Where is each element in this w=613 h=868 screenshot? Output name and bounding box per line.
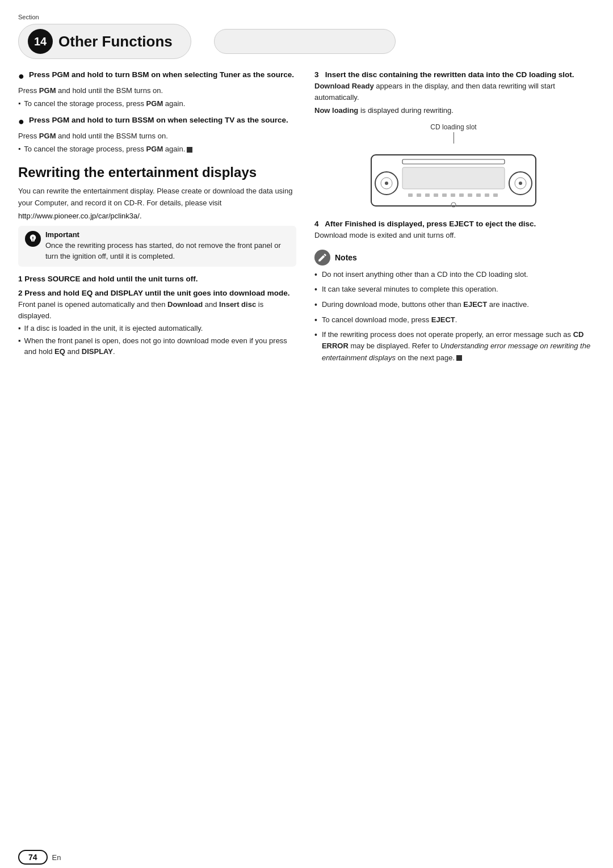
sub-bullet-2-1: ▪ To cancel the storage process, press P… <box>18 144 296 155</box>
bullet-heading-2: ● Press PGM and hold to turn BSSM on whe… <box>18 116 296 128</box>
page-title: Other Functions <box>58 33 173 50</box>
note-text-5: If the rewriting process does not operat… <box>322 329 593 363</box>
cd-illustration: CD loading slot <box>314 123 593 212</box>
step-3-body2: Now loading is displayed during rewritin… <box>314 105 593 116</box>
svg-rect-15 <box>459 193 464 197</box>
step-2-sub1: ▪ If a disc is loaded in the unit, it is… <box>18 323 296 334</box>
bullet-body-2: Press PGM and hold until the BSSM turns … <box>18 130 296 142</box>
svg-rect-18 <box>485 193 489 197</box>
svg-point-4 <box>385 182 388 185</box>
svg-point-7 <box>519 182 522 185</box>
end-square-1 <box>187 147 192 153</box>
svg-rect-8 <box>402 167 505 189</box>
header-left: 14 Other Functions <box>18 24 191 59</box>
sub-bullet-mark-2: ▪ <box>18 144 20 155</box>
right-column: 3 Insert the disc containing the rewritt… <box>314 70 593 366</box>
notes-list: Do not insert anything other than a CD i… <box>314 269 593 364</box>
svg-rect-17 <box>476 193 481 197</box>
step-3: 3 Insert the disc containing the rewritt… <box>314 70 593 212</box>
step-3-heading: 3 Insert the disc containing the rewritt… <box>314 70 593 79</box>
note-item-4: To cancel download mode, press EJECT. <box>314 314 593 327</box>
step-2-body: Front panel is opened automatically and … <box>18 299 296 322</box>
language-label: En <box>52 853 61 862</box>
sub-bullet-1-1: ▪ To cancel the storage process, press P… <box>18 98 296 109</box>
step-4-heading: 4 After Finished is displayed, press EJE… <box>314 220 593 228</box>
rewriting-title: Rewriting the entertainment displays <box>18 165 296 181</box>
cd-label-line: CD loading slot <box>314 123 593 131</box>
svg-rect-1 <box>402 159 505 164</box>
svg-rect-14 <box>451 193 455 197</box>
note-text-2: It can take several minutes to complete … <box>322 284 498 296</box>
rewriting-link[interactable]: http://www.pioneer.co.jp/car/pclink3a/. <box>18 212 296 220</box>
note-text-1: Do not insert anything other than a CD i… <box>322 269 528 281</box>
title-pill: 14 Other Functions <box>18 24 191 59</box>
step-4-body: Download mode is exited and unit turns o… <box>314 230 593 241</box>
svg-rect-16 <box>468 193 472 197</box>
page-number-badge: 74 <box>18 850 48 865</box>
bullet-dot-2: ● <box>18 116 24 128</box>
svg-rect-13 <box>442 193 447 197</box>
step-3-body1: Download Ready appears in the display, a… <box>314 81 593 103</box>
notes-pencil-icon <box>317 252 328 263</box>
step-2-heading: 2 Press and hold EQ and DISPLAY until th… <box>18 289 296 297</box>
cd-label-text: CD loading slot <box>430 123 476 131</box>
step-2-sub2: ▪ When the front panel is open, does not… <box>18 335 296 357</box>
step-2-sub1-mark: ▪ <box>18 323 21 334</box>
section-label: Section <box>18 14 39 20</box>
note-item-5: If the rewriting process does not operat… <box>314 329 593 363</box>
svg-rect-11 <box>425 193 430 197</box>
note-item-3: During download mode, buttons other than… <box>314 299 593 311</box>
note-item-2: It can take several minutes to complete … <box>314 284 593 296</box>
footer: 74 En <box>18 850 61 865</box>
bullet-body-1: Press PGM and hold until the BSM turns o… <box>18 85 296 96</box>
step-1-heading: 1 Press SOURCE and hold until the unit t… <box>18 275 296 283</box>
page: Section 14 Other Functions ● Press PGM a… <box>0 8 613 868</box>
bullet-heading-text-1: Press PGM and hold to turn BSM on when s… <box>29 70 294 79</box>
step-4: 4 After Finished is displayed, press EJE… <box>314 220 593 241</box>
end-square-2 <box>456 355 462 361</box>
section-badge: 14 <box>28 29 53 54</box>
bullet-dot-1: ● <box>18 70 24 83</box>
important-svg <box>28 234 38 244</box>
step-2-sub2-mark: ▪ <box>18 335 21 357</box>
bullet-heading-1: ● Press PGM and hold to turn BSM on when… <box>18 70 296 83</box>
step-2-sub1-text: If a disc is loaded in the unit, it is e… <box>24 323 203 334</box>
header: 14 Other Functions <box>0 8 613 65</box>
svg-rect-12 <box>434 193 438 197</box>
bullet-section-1: ● Press PGM and hold to turn BSM on when… <box>18 70 296 109</box>
rewriting-body: You can rewrite the entertainment displa… <box>18 186 296 209</box>
note-item-1: Do not insert anything other than a CD i… <box>314 269 593 281</box>
notes-icon <box>314 250 330 266</box>
notes-box: Notes Do not insert anything other than … <box>314 250 593 364</box>
note-text-4: To cancel download mode, press EJECT. <box>322 314 457 327</box>
notes-header: Notes <box>314 250 593 266</box>
note-text-3: During download mode, buttons other than… <box>322 299 529 311</box>
two-col-layout: ● Press PGM and hold to turn BSM on when… <box>0 65 613 366</box>
step-2-sub2-text: When the front panel is open, does not g… <box>24 335 296 357</box>
step-1: 1 Press SOURCE and hold until the unit t… <box>18 275 296 283</box>
notes-label: Notes <box>335 253 357 262</box>
important-content: Important Once the rewriting process has… <box>45 230 289 262</box>
rewriting-section: Rewriting the entertainment displays You… <box>18 165 296 220</box>
important-label: Important <box>45 230 289 239</box>
sub-bullet-mark-1: ▪ <box>18 98 20 109</box>
svg-rect-19 <box>493 193 498 197</box>
svg-rect-10 <box>417 193 421 197</box>
important-box: Important Once the rewriting process has… <box>18 226 296 267</box>
svg-rect-9 <box>408 193 413 197</box>
header-right-pill <box>214 29 396 54</box>
left-column: ● Press PGM and hold to turn BSM on when… <box>18 70 296 366</box>
important-icon <box>25 231 41 247</box>
important-text: Once the rewriting process has started, … <box>45 240 289 262</box>
bullet-section-2: ● Press PGM and hold to turn BSSM on whe… <box>18 116 296 154</box>
sub-bullet-text-2-1: To cancel the storage process, press PGM… <box>24 144 192 155</box>
step-2: 2 Press and hold EQ and DISPLAY until th… <box>18 289 296 357</box>
sub-bullet-text-1-1: To cancel the storage process, press PGM… <box>24 98 185 109</box>
bullet-heading-text-2: Press PGM and hold to turn BSSM on when … <box>29 116 288 124</box>
cd-player-svg <box>368 144 539 212</box>
